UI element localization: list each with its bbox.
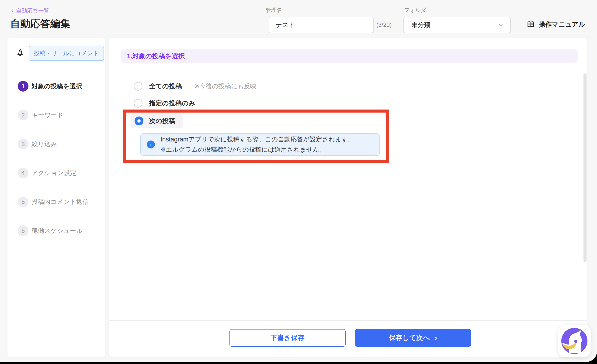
breadcrumb[interactable]: ‹ 自動応答一覧 xyxy=(11,7,49,15)
option-all-posts[interactable]: 全ての投稿 ※今後の投稿にも反映 xyxy=(134,82,257,91)
info-line-2: ※エルグラムの投稿機能からの投稿には適用されません。 xyxy=(160,145,354,154)
folder-selected-value: 未分類 xyxy=(411,21,430,29)
admin-name-label: 管理名 xyxy=(266,7,282,14)
book-icon xyxy=(526,20,535,29)
section-header: 1.対象の投稿を選択 xyxy=(121,49,578,63)
save-next-label: 保存して次へ xyxy=(389,333,430,342)
radio-selected-icon[interactable] xyxy=(134,116,143,125)
sidebar-step-3[interactable]: 絞り込み xyxy=(31,139,57,149)
step-circle-4[interactable]: 4 xyxy=(18,168,28,178)
save-next-button[interactable]: 保存して次へ › xyxy=(355,329,471,347)
admin-name-input[interactable] xyxy=(269,17,374,33)
chevron-right-icon: › xyxy=(434,333,437,342)
rocket-icon xyxy=(16,48,25,59)
sidebar-step-4[interactable]: アクション設定 xyxy=(31,168,76,178)
option-next-post[interactable]: 次の投稿 xyxy=(131,114,183,128)
chat-widget-button[interactable] xyxy=(558,325,591,357)
info-icon: i xyxy=(147,140,155,148)
save-draft-button[interactable]: 下書き保存 xyxy=(229,329,346,347)
manual-link[interactable]: 操作マニュアル xyxy=(526,20,585,29)
info-line-1: Instagramアプリで次に投稿する際、この自動応答が設定されます。 xyxy=(160,135,354,144)
step-connector xyxy=(23,123,23,137)
step-connector xyxy=(23,210,23,224)
step-circle-6[interactable]: 6 xyxy=(18,225,28,236)
info-box: i Instagramアプリで次に投稿する際、この自動応答が設定されます。 ※エ… xyxy=(140,133,380,156)
step-connector xyxy=(23,94,23,108)
step-circle-3[interactable]: 3 xyxy=(18,139,28,149)
trigger-type-badge[interactable]: 投稿・リールにコメント xyxy=(29,46,104,61)
option-all-posts-note: ※今後の投稿にも反映 xyxy=(194,82,257,90)
option-specified-posts-label: 指定の投稿のみ xyxy=(149,99,195,108)
char-counter: (3/20) xyxy=(376,22,392,28)
option-all-posts-label: 全ての投稿 xyxy=(149,82,182,91)
red-highlight-box: 次の投稿 i Instagramアプリで次に投稿する際、この自動応答が設定されま… xyxy=(123,109,389,163)
page-title: 自動応答編集 xyxy=(10,17,71,30)
folder-select[interactable]: 未分類 xyxy=(403,17,511,33)
breadcrumb-label: 自動応答一覧 xyxy=(16,7,49,15)
sidebar-step-1[interactable]: 対象の投稿を選択 xyxy=(31,81,82,92)
lgram-logo-icon xyxy=(561,327,588,355)
step-connector xyxy=(23,181,23,194)
app-screen: ‹ 自動応答一覧 自動応答編集 管理名 (3/20) フォルダ 未分類 操作マニ… xyxy=(0,0,597,362)
chevron-down-icon xyxy=(497,22,504,28)
step-circle-5[interactable]: 5 xyxy=(18,196,28,207)
option-specified-posts[interactable]: 指定の投稿のみ xyxy=(134,99,195,108)
section-title: 1.対象の投稿を選択 xyxy=(127,52,185,61)
sidebar-divider xyxy=(8,69,105,69)
scrollbar-thumb[interactable] xyxy=(583,73,587,262)
trigger-row: 投稿・リールにコメント xyxy=(16,46,104,61)
step-circle-1[interactable]: 1 xyxy=(18,81,28,92)
sidebar-step-5[interactable]: 投稿内コメント返信 xyxy=(31,196,89,207)
option-next-post-label: 次の投稿 xyxy=(149,116,175,125)
sidebar-step-2[interactable]: キーワード xyxy=(31,110,63,120)
sidebar-step-6[interactable]: 稼働スケジュール xyxy=(31,225,83,236)
footer-divider xyxy=(109,320,587,321)
step-circle-2[interactable]: 2 xyxy=(18,110,28,120)
back-chevron-icon: ‹ xyxy=(11,8,14,13)
radio-unselected-icon[interactable] xyxy=(134,99,142,108)
sidebar: 投稿・リールにコメント 1 対象の投稿を選択 2 キーワード 3 絞り込み 4 … xyxy=(8,38,105,357)
main-panel: 1.対象の投稿を選択 全ての投稿 ※今後の投稿にも反映 指定の投稿のみ 次の投稿… xyxy=(109,38,587,357)
step-connector xyxy=(23,152,23,166)
radio-unselected-icon[interactable] xyxy=(134,82,142,91)
folder-label: フォルダ xyxy=(404,7,426,14)
manual-link-label: 操作マニュアル xyxy=(539,20,585,29)
